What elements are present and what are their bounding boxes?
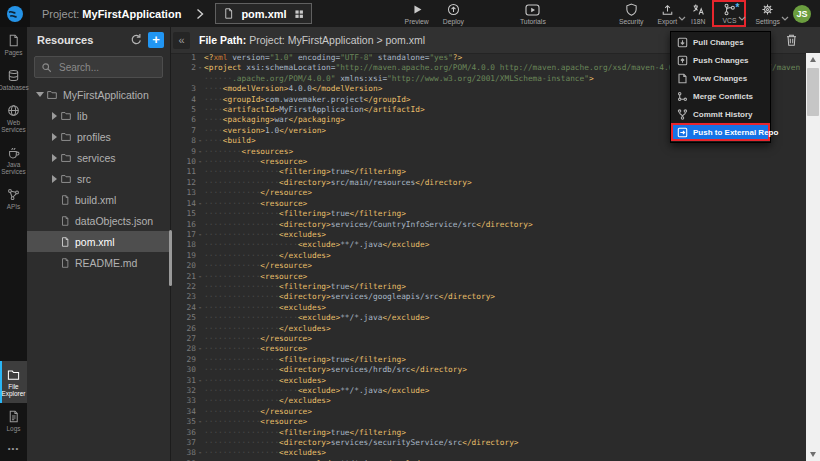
tree-item-myfirstapplication[interactable]: MyFirstApplication [27, 84, 170, 105]
fold-marker[interactable]: - [196, 303, 204, 313]
search-input[interactable] [57, 61, 161, 74]
wavemaker-logo[interactable] [0, 0, 30, 27]
line-number: 31 [170, 376, 196, 386]
chevron-collapsed-icon[interactable] [48, 175, 60, 183]
code-line[interactable]: 12················<directory>src/main/re… [170, 178, 806, 188]
code-line[interactable]: 18····················<exclude>**/*.java… [170, 240, 806, 250]
chevron-collapsed-icon[interactable] [48, 133, 60, 141]
toolbar-settings-button[interactable]: Settings [748, 2, 787, 26]
menu-item-label: Push to External Repo [693, 128, 778, 137]
toolbar-export-button[interactable]: Export [650, 2, 684, 26]
fold-marker[interactable]: - [196, 147, 204, 157]
toolbar-vcs-button[interactable]: *VCS [712, 0, 746, 27]
fold-marker[interactable]: - [196, 157, 204, 167]
menu-item-view-changes[interactable]: View Changes [671, 69, 770, 87]
code-line[interactable]: 30················<directory>services/hr… [170, 365, 806, 375]
fold-marker[interactable]: - [196, 199, 204, 209]
tree-item-build-xml[interactable]: build.xml [27, 189, 170, 210]
menu-item-pull-changes[interactable]: Pull Changes [671, 33, 770, 51]
code-line[interactable]: 38-················<excludes> [170, 448, 806, 458]
more-options-button[interactable]: ••• [0, 438, 27, 461]
code-line[interactable]: 32····················<exclude>**/*.java… [170, 386, 806, 396]
code-line[interactable]: 17-················<excludes> [170, 230, 806, 240]
scrollbar-thumb[interactable] [807, 68, 819, 116]
code-line[interactable]: 20············</resource> [170, 261, 806, 271]
code-line[interactable]: 26················</excludes> [170, 324, 806, 334]
editor-scrollbar[interactable] [806, 53, 820, 461]
line-number: 24 [170, 303, 196, 313]
user-avatar[interactable]: JS [793, 5, 811, 23]
code-line[interactable]: 37················<directory>services/se… [170, 438, 806, 448]
menu-item-push-external-repo[interactable]: Push to External Repo [671, 123, 770, 141]
fold-marker[interactable]: - [196, 230, 204, 240]
file-icon [60, 215, 70, 227]
view-changes-icon [677, 73, 688, 84]
code-line[interactable]: 24-················<excludes> [170, 303, 806, 313]
sidebar-item-logs[interactable]: Logs [0, 403, 27, 438]
code-line[interactable]: 28-············<resource> [170, 344, 806, 354]
code-line[interactable]: 10-············<resource> [170, 157, 806, 167]
code-line[interactable]: 29················<filtering>true</filte… [170, 355, 806, 365]
toolbar-i18n-button[interactable]: I18N [684, 2, 712, 26]
fold-marker[interactable]: - [196, 272, 204, 282]
code-line[interactable]: 36················<filtering>true</filte… [170, 428, 806, 438]
sidebar-item-web-services[interactable]: Web Services [0, 97, 27, 139]
tab-pom-xml[interactable]: pom.xml [215, 3, 311, 24]
code-line[interactable]: 16················<directory>services/Co… [170, 220, 806, 230]
code-line[interactable]: 34············</resource> [170, 407, 806, 417]
code-text: ····<version>1.0</version> [204, 126, 326, 136]
sidebar-item-apis[interactable]: APIs [0, 181, 27, 216]
code-line[interactable]: 23················<directory>services/go… [170, 292, 806, 302]
toolbar-deploy-button[interactable]: Deploy [436, 2, 471, 26]
panel-splitter-handle[interactable] [169, 230, 172, 286]
code-line[interactable]: 19················</excludes> [170, 251, 806, 261]
code-line[interactable]: 21-············<resource> [170, 272, 806, 282]
tree-item-pom-xml[interactable]: pom.xml [27, 231, 170, 252]
code-line[interactable]: 31-················<excludes> [170, 376, 806, 386]
code-line[interactable]: 33················</excludes> [170, 396, 806, 406]
fold-marker[interactable]: - [196, 376, 204, 386]
sidebar-item-databases[interactable]: Databases [0, 62, 27, 97]
code-line[interactable]: 14-············<resource> [170, 199, 806, 209]
menu-item-push-changes[interactable]: Push Changes [671, 51, 770, 69]
refresh-icon[interactable] [129, 33, 142, 46]
tree-item-lib[interactable]: lib [27, 105, 170, 126]
java-services-icon [7, 146, 20, 159]
code-line[interactable]: 11················<filtering>true</filte… [170, 167, 806, 177]
sidebar-item-file-explorer[interactable]: File Explorer [0, 361, 27, 403]
add-resource-button[interactable]: + [148, 32, 164, 48]
tree-item-dataobjects-json[interactable]: dataObjects.json [27, 210, 170, 231]
fold-marker[interactable]: - [196, 448, 204, 458]
code-line[interactable]: 22················<filtering>true</filte… [170, 282, 806, 292]
code-line[interactable]: 27············</resource> [170, 334, 806, 344]
code-line[interactable]: 9-········<resources> [170, 147, 806, 157]
code-line[interactable]: 13············</resource> [170, 188, 806, 198]
scroll-down-button[interactable] [810, 452, 816, 457]
collapse-panel-button[interactable]: « [173, 32, 190, 49]
tree-item-readme-md[interactable]: README.md [27, 252, 170, 273]
menu-item-commit-history[interactable]: Commit History [671, 105, 770, 123]
toolbar-tutorials-button[interactable]: Tutorials [513, 2, 553, 26]
fold-marker[interactable]: - [196, 136, 204, 146]
toolbar-security-button[interactable]: Security [612, 2, 651, 26]
code-line[interactable]: 35-············<resource> [170, 417, 806, 427]
fold-marker[interactable]: - [196, 344, 204, 354]
tree-item-src[interactable]: src [27, 168, 170, 189]
fold-marker[interactable]: - [196, 417, 204, 427]
sidebar-item-pages[interactable]: Pages [0, 27, 27, 62]
scroll-up-button[interactable] [806, 53, 820, 66]
grid-icon[interactable] [294, 9, 304, 19]
chevron-collapsed-icon[interactable] [48, 112, 60, 120]
fold-marker[interactable]: - [196, 63, 204, 73]
chevron-expanded-icon[interactable] [34, 92, 46, 97]
delete-icon[interactable] [785, 33, 798, 47]
menu-item-merge-conflicts[interactable]: Merge Conflicts [671, 87, 770, 105]
code-line[interactable]: 15················<filtering>true</filte… [170, 209, 806, 219]
folder-icon [46, 89, 58, 100]
tree-item-services[interactable]: services [27, 147, 170, 168]
chevron-collapsed-icon[interactable] [48, 154, 60, 162]
code-line[interactable]: 25····················<exclude>**/*.java… [170, 313, 806, 323]
toolbar-preview-button[interactable]: Preview [398, 2, 436, 26]
tree-item-profiles[interactable]: profiles [27, 126, 170, 147]
sidebar-item-java-services[interactable]: Java Services [0, 139, 27, 181]
